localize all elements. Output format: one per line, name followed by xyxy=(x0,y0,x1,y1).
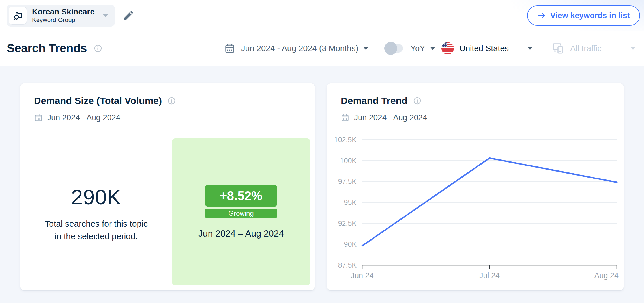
demand-size-card: Demand Size (Total Volume) xyxy=(20,83,315,290)
content: Demand Size (Total Volume) xyxy=(0,66,644,290)
date-range-label: Jun 2024 - Aug 2024 (3 Months) xyxy=(241,44,358,53)
total-volume-value: 290K xyxy=(71,185,121,209)
demand-trend-body: 102.5K100K97.5K95K92.5K90K87.5KJun 24Jul… xyxy=(327,133,624,290)
country-label: United States xyxy=(460,44,509,53)
info-icon[interactable] xyxy=(168,97,176,105)
y-axis-tick-label: 87.5K xyxy=(338,261,357,269)
info-icon[interactable] xyxy=(94,44,102,53)
devices-icon xyxy=(551,42,564,55)
chevron-down-icon xyxy=(363,47,368,50)
y-axis-tick-label: 95K xyxy=(344,198,357,206)
keyword-group-selector[interactable]: Korean Skincare Keyword Group xyxy=(7,5,115,27)
chevron-down-icon xyxy=(630,47,636,50)
arrow-right-icon xyxy=(537,11,546,20)
chevron-down-icon xyxy=(527,47,533,50)
keyword-group-texts: Korean Skincare Keyword Group xyxy=(32,7,95,24)
keyword-group-type-label: Keyword Group xyxy=(32,16,95,24)
calendar-icon xyxy=(224,43,235,54)
topbar: Korean Skincare Keyword Group View keywo… xyxy=(0,0,644,31)
view-keywords-label: View keywords in list xyxy=(550,11,630,20)
demand-trend-period: Jun 2024 - Aug 2024 xyxy=(354,113,427,122)
demand-size-header: Demand Size (Total Volume) xyxy=(20,83,315,133)
us-flag-icon xyxy=(441,42,454,55)
yoy-toggle[interactable] xyxy=(385,44,403,53)
date-range-selector[interactable]: Jun 2024 - Aug 2024 (3 Months) xyxy=(224,43,369,54)
x-axis-tick-label: Jun 24 xyxy=(351,271,373,280)
growth-panel: +8.52% Growing Jun 2024 – Aug 2024 xyxy=(172,138,310,285)
y-axis-tick-label: 90K xyxy=(344,240,357,248)
description-line-2: in the selected period. xyxy=(55,231,138,241)
edit-group-button[interactable] xyxy=(122,9,135,22)
y-axis-tick-label: 92.5K xyxy=(338,219,357,227)
filterbar: Search Trends Jun 2024 - Aug 2024 (3 Mon… xyxy=(0,31,644,66)
y-axis-tick-label: 102.5K xyxy=(334,136,357,144)
country-selector[interactable]: United States xyxy=(432,31,543,66)
demand-trend-header: Demand Trend xyxy=(327,83,624,133)
date-and-comparison-section: Jun 2024 - Aug 2024 (3 Months) YoY xyxy=(214,31,432,66)
y-axis-tick-label: 97.5K xyxy=(338,178,357,185)
trend-chart: 102.5K100K97.5K95K92.5K90K87.5KJun 24Jul… xyxy=(327,133,624,290)
demand-size-title: Demand Size (Total Volume) xyxy=(34,95,162,106)
yoy-label: YoY xyxy=(410,44,425,53)
x-axis-tick-label: Jul 24 xyxy=(479,271,500,280)
traffic-label: All traffic xyxy=(570,44,602,53)
page-title-section: Search Trends xyxy=(0,31,214,66)
demand-trend-title: Demand Trend xyxy=(341,95,407,106)
keyword-group-name: Korean Skincare xyxy=(32,7,95,16)
chevron-down-icon xyxy=(102,14,109,17)
trend-line xyxy=(362,158,617,246)
total-volume-block: 290K Total searches for this topic in th… xyxy=(20,138,172,285)
pencil-icon xyxy=(122,9,135,22)
description-line-1: Total searches for this topic xyxy=(45,219,148,228)
comparison-mode-selector[interactable]: YoY xyxy=(403,44,436,53)
info-icon[interactable] xyxy=(413,97,421,105)
growth-period-label: Jun 2024 – Aug 2024 xyxy=(198,228,284,239)
demand-size-body: 290K Total searches for this topic in th… xyxy=(20,133,315,290)
demand-size-period: Jun 2024 - Aug 2024 xyxy=(47,113,120,122)
page-title: Search Trends xyxy=(7,42,87,55)
keyword-group-icon xyxy=(9,7,27,25)
toggle-knob xyxy=(384,42,397,55)
calendar-icon xyxy=(341,113,349,122)
x-axis-tick-label: Aug 24 xyxy=(594,271,619,280)
y-axis-tick-label: 100K xyxy=(340,157,357,165)
total-volume-description: Total searches for this topic in the sel… xyxy=(45,218,148,243)
traffic-selector[interactable]: All traffic xyxy=(543,31,644,66)
growth-status-badge: Growing xyxy=(205,209,277,218)
chevron-down-icon xyxy=(430,47,435,50)
calendar-icon xyxy=(34,113,43,122)
view-keywords-button[interactable]: View keywords in list xyxy=(527,5,640,26)
growth-percent-badge: +8.52% xyxy=(205,185,277,207)
demand-trend-card: Demand Trend xyxy=(327,83,624,290)
